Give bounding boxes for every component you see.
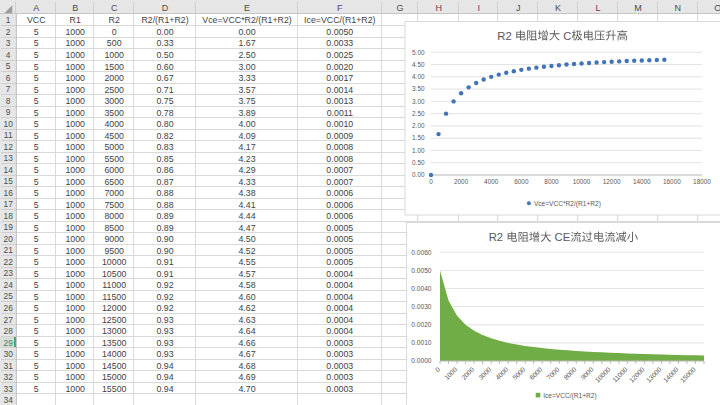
svg-text:1000: 1000 (65, 257, 85, 267)
svg-text:26: 26 (4, 303, 14, 313)
svg-text:21: 21 (4, 245, 14, 255)
svg-text:5: 5 (34, 188, 39, 198)
svg-text:1000: 1000 (65, 85, 85, 95)
svg-text:34: 34 (4, 395, 14, 405)
svg-text:6: 6 (6, 73, 11, 83)
svg-text:5000: 5000 (104, 142, 124, 152)
svg-text:0.93: 0.93 (156, 326, 173, 336)
svg-text:16000: 16000 (663, 178, 681, 185)
svg-text:0.0005: 0.0005 (326, 223, 353, 233)
svg-text:33: 33 (4, 384, 14, 394)
svg-text:28: 28 (4, 326, 14, 336)
svg-text:4.52: 4.52 (238, 246, 255, 256)
svg-text:0.0003: 0.0003 (326, 361, 353, 371)
svg-text:0.93: 0.93 (156, 349, 173, 359)
svg-text:8500: 8500 (104, 223, 124, 233)
svg-text:0.71: 0.71 (156, 85, 173, 95)
svg-text:3.33: 3.33 (238, 73, 255, 83)
svg-text:1000: 1000 (65, 142, 85, 152)
svg-text:0.0005: 0.0005 (326, 246, 353, 256)
svg-text:0.33: 0.33 (156, 38, 173, 48)
svg-text:12: 12 (4, 142, 14, 152)
svg-text:1000: 1000 (65, 326, 85, 336)
svg-text:1000: 1000 (65, 246, 85, 256)
svg-text:2000: 2000 (454, 178, 469, 185)
svg-text:0.88: 0.88 (156, 200, 173, 210)
svg-text:4.63: 4.63 (238, 315, 255, 325)
svg-text:1000: 1000 (65, 384, 85, 394)
svg-text:1000: 1000 (65, 50, 85, 60)
svg-text:5: 5 (34, 38, 39, 48)
svg-text:F: F (337, 3, 343, 13)
svg-text:7: 7 (6, 84, 11, 94)
svg-text:0.0003: 0.0003 (326, 338, 353, 348)
svg-text:5: 5 (34, 361, 39, 371)
svg-text:3: 3 (6, 38, 11, 48)
svg-text:4.50: 4.50 (412, 61, 425, 68)
svg-text:2500: 2500 (104, 85, 124, 95)
svg-text:0.0007: 0.0007 (326, 177, 353, 187)
svg-text:5: 5 (34, 131, 39, 141)
svg-text:E: E (244, 3, 250, 13)
svg-text:R2: R2 (489, 231, 507, 243)
svg-text:0.93: 0.93 (156, 338, 173, 348)
svg-text:1000: 1000 (65, 303, 85, 313)
svg-text:0.94: 0.94 (156, 372, 173, 382)
svg-text:8000: 8000 (544, 178, 559, 185)
svg-text:0.87: 0.87 (156, 177, 173, 187)
svg-text:7000: 7000 (104, 188, 124, 198)
svg-text:0.0004: 0.0004 (326, 303, 353, 313)
svg-text:0.82: 0.82 (156, 131, 173, 141)
svg-text:1000: 1000 (65, 292, 85, 302)
svg-text:0.0050: 0.0050 (411, 267, 432, 274)
svg-text:1000: 1000 (65, 38, 85, 48)
svg-text:0.0003: 0.0003 (326, 372, 353, 382)
svg-text:17: 17 (4, 199, 14, 209)
svg-text:8: 8 (6, 96, 11, 106)
svg-text:0.86: 0.86 (156, 165, 173, 175)
svg-text:4.41: 4.41 (238, 200, 255, 210)
svg-text:5: 5 (34, 223, 39, 233)
svg-text:4.66: 4.66 (238, 338, 255, 348)
svg-text:0.75: 0.75 (156, 96, 173, 106)
svg-text:2.50: 2.50 (412, 110, 425, 117)
svg-text:1000: 1000 (65, 96, 85, 106)
svg-text:1000: 1000 (65, 165, 85, 175)
svg-text:VCC: VCC (27, 15, 46, 25)
svg-text:3.50: 3.50 (412, 85, 425, 92)
svg-text:0.0030: 0.0030 (411, 303, 432, 310)
svg-text:Ice=VCC/(R1+R2): Ice=VCC/(R1+R2) (304, 15, 375, 25)
svg-text:0.94: 0.94 (156, 361, 173, 371)
svg-text:14000: 14000 (102, 349, 127, 359)
svg-text:1000: 1000 (65, 200, 85, 210)
svg-text:12000: 12000 (102, 303, 127, 313)
svg-text:3.00: 3.00 (412, 98, 425, 105)
svg-text:4.17: 4.17 (238, 142, 255, 152)
svg-text:I: I (478, 3, 481, 13)
svg-text:5500: 5500 (104, 154, 124, 164)
svg-text:4.09: 4.09 (238, 131, 255, 141)
svg-text:0.0003: 0.0003 (326, 349, 353, 359)
svg-text:0.0013: 0.0013 (326, 96, 353, 106)
svg-text:30: 30 (4, 349, 14, 359)
svg-text:1000: 1000 (65, 177, 85, 187)
svg-text:0.67: 0.67 (156, 73, 173, 83)
svg-text:5: 5 (34, 200, 39, 210)
svg-text:22: 22 (4, 257, 14, 267)
svg-text:16: 16 (4, 188, 14, 198)
svg-text:1000: 1000 (65, 188, 85, 198)
svg-text:R2: R2 (109, 15, 120, 25)
svg-text:5.00: 5.00 (412, 49, 425, 56)
svg-text:1000: 1000 (65, 131, 85, 141)
svg-text:0.78: 0.78 (156, 108, 173, 118)
svg-text:0.92: 0.92 (156, 292, 173, 302)
svg-text:L: L (595, 3, 600, 13)
svg-text:5: 5 (34, 177, 39, 187)
svg-text:12500: 12500 (102, 315, 127, 325)
svg-text:5: 5 (34, 372, 39, 382)
svg-text:0: 0 (112, 27, 117, 37)
svg-text:3.57: 3.57 (238, 85, 255, 95)
svg-text:5: 5 (34, 338, 39, 348)
svg-text:Ice=VCC/(R1+R2): Ice=VCC/(R1+R2) (543, 392, 597, 400)
svg-text:1000: 1000 (104, 50, 124, 60)
